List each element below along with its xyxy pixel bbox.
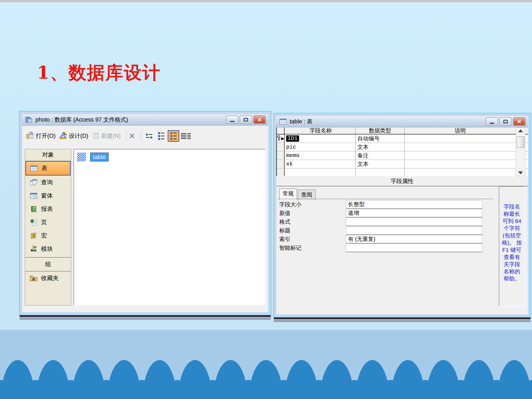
list-item-table[interactable]: table bbox=[77, 152, 262, 162]
field-type-cell[interactable]: 文本 bbox=[356, 160, 405, 168]
minimize-button[interactable] bbox=[226, 116, 238, 124]
property-label: 智能标记 bbox=[279, 244, 346, 252]
maximize-button[interactable] bbox=[240, 116, 252, 124]
property-value-field[interactable]: 递增 bbox=[346, 209, 482, 218]
report-icon bbox=[30, 206, 38, 213]
field-row[interactable]: pic 文本 bbox=[277, 143, 528, 152]
delete-button[interactable]: ✕ bbox=[129, 132, 135, 140]
design-button[interactable]: 设计(D) bbox=[59, 131, 88, 140]
field-name-cell[interactable] bbox=[285, 168, 356, 176]
field-desc-cell[interactable] bbox=[405, 152, 516, 160]
minimize-button[interactable] bbox=[486, 117, 498, 126]
field-desc-cell[interactable] bbox=[405, 143, 516, 151]
field-row[interactable]: memo 备注 bbox=[277, 152, 528, 160]
property-value-field[interactable]: 长整型 bbox=[346, 200, 482, 209]
property-value-field[interactable] bbox=[346, 218, 482, 226]
sidebar-item-modules[interactable]: 模块 bbox=[25, 242, 71, 256]
property-row: 标题 bbox=[279, 226, 482, 235]
close-button[interactable]: ✕ bbox=[513, 117, 525, 126]
field-desc-cell[interactable] bbox=[405, 160, 516, 168]
table-window-titlebar[interactable]: table : 表 ✕ bbox=[276, 116, 528, 127]
new-button[interactable]: 新建(N) bbox=[92, 131, 121, 140]
row-selector[interactable] bbox=[277, 160, 285, 168]
wave-pattern-row-2 bbox=[0, 380, 532, 399]
field-type-cell[interactable] bbox=[356, 168, 405, 176]
database-window-titlebar[interactable]: photo : 数据库 (Access 97 文件格式) ✕ bbox=[22, 114, 268, 126]
field-row[interactable]: xk 文本 bbox=[277, 160, 528, 168]
property-value-field[interactable]: 有 (无重复) bbox=[346, 235, 482, 244]
sidebar-item-tables[interactable]: 表 bbox=[25, 161, 70, 176]
list-view-button[interactable] bbox=[168, 130, 179, 142]
details-view-button[interactable] bbox=[180, 130, 191, 142]
scroll-thumb[interactable] bbox=[517, 136, 525, 148]
field-name-cell[interactable]: pic bbox=[285, 143, 356, 151]
sidebar-item-forms[interactable]: 窗体 bbox=[25, 189, 71, 203]
row-selector[interactable] bbox=[277, 168, 285, 176]
field-name-cell[interactable]: ID1 bbox=[285, 134, 356, 143]
sidebar-item-macros[interactable]: 宏 bbox=[25, 229, 71, 242]
sidebar-item-pages[interactable]: 页 bbox=[25, 216, 71, 229]
minimize-icon bbox=[230, 121, 234, 122]
page-icon bbox=[30, 219, 38, 226]
open-icon bbox=[26, 131, 34, 140]
open-label: 打开(O) bbox=[36, 132, 56, 140]
maximize-icon bbox=[244, 118, 248, 121]
row-selector[interactable] bbox=[277, 143, 285, 151]
scroll-up-icon bbox=[518, 129, 523, 132]
field-name-selected[interactable]: ID1 bbox=[286, 135, 299, 142]
form-icon bbox=[30, 193, 38, 199]
small-icons-view-button[interactable] bbox=[156, 130, 167, 142]
close-button[interactable]: ✕ bbox=[253, 116, 266, 124]
new-icon bbox=[92, 131, 100, 140]
scroll-up-button[interactable] bbox=[516, 129, 525, 132]
field-row[interactable]: ▶ ID1 自动编号 bbox=[277, 134, 528, 143]
maximize-icon bbox=[503, 120, 508, 123]
property-row: 字段大小 长整型 bbox=[279, 200, 482, 209]
list-view-icon bbox=[170, 132, 177, 140]
sidebar-item-queries[interactable]: 查询 bbox=[25, 176, 71, 189]
scroll-down-button[interactable] bbox=[516, 171, 525, 174]
object-list[interactable]: table bbox=[74, 149, 266, 305]
field-desc-cell[interactable] bbox=[405, 168, 516, 176]
field-type-cell[interactable]: 备注 bbox=[356, 152, 405, 160]
properties-tabs: 常规 查阅 bbox=[279, 188, 316, 200]
field-name-cell[interactable]: xk bbox=[285, 160, 356, 168]
large-icons-view-button[interactable] bbox=[143, 130, 155, 142]
column-header-description: 说明 bbox=[405, 127, 516, 134]
design-icon bbox=[59, 131, 67, 140]
vertical-scrollbar[interactable] bbox=[516, 127, 525, 176]
property-value-field[interactable] bbox=[346, 226, 482, 235]
tab-lookup[interactable]: 查阅 bbox=[298, 190, 316, 200]
toolbar-separator bbox=[126, 131, 127, 141]
tab-baseline bbox=[278, 199, 493, 199]
open-button[interactable]: 打开(O) bbox=[26, 131, 56, 140]
sidebar-item-reports[interactable]: 报表 bbox=[25, 203, 71, 216]
tab-general[interactable]: 常规 bbox=[279, 188, 297, 200]
table-object-label[interactable]: table bbox=[90, 152, 109, 162]
table-window-title: table : 表 bbox=[290, 118, 313, 126]
row-selector[interactable] bbox=[277, 152, 285, 160]
field-name-cell[interactable]: memo bbox=[285, 152, 356, 160]
slide-title: 1、数据库设计 bbox=[37, 61, 161, 85]
database-window: photo : 数据库 (Access 97 文件格式) ✕ 打开(O) bbox=[19, 112, 271, 315]
database-window-title: photo : 数据库 (Access 97 文件格式) bbox=[35, 116, 128, 124]
property-row: 索引 有 (无重复) bbox=[279, 235, 482, 244]
field-type-cell[interactable]: 文本 bbox=[356, 143, 405, 151]
row-selector[interactable]: ▶ bbox=[277, 134, 285, 143]
module-icon bbox=[30, 246, 38, 253]
field-type-cell[interactable]: 自动编号 bbox=[356, 134, 405, 143]
sidebar-item-favorites[interactable]: 收藏夹 bbox=[25, 272, 71, 285]
toolbar-separator bbox=[141, 131, 141, 141]
sidebar-item-label: 表 bbox=[41, 164, 47, 172]
sidebar-item-label: 模块 bbox=[41, 245, 53, 253]
delete-icon: ✕ bbox=[129, 132, 135, 140]
grid-header-row: 字段名称 数据类型 说明 bbox=[277, 127, 528, 134]
property-value-field[interactable] bbox=[346, 244, 482, 252]
field-row-empty[interactable] bbox=[277, 168, 528, 176]
table-object-icon bbox=[77, 152, 86, 161]
field-desc-cell[interactable] bbox=[405, 134, 516, 143]
objects-header: 对象 bbox=[25, 149, 71, 161]
sidebar-item-label: 宏 bbox=[41, 232, 47, 240]
property-label: 索引 bbox=[279, 235, 346, 244]
maximize-button[interactable] bbox=[500, 117, 512, 126]
